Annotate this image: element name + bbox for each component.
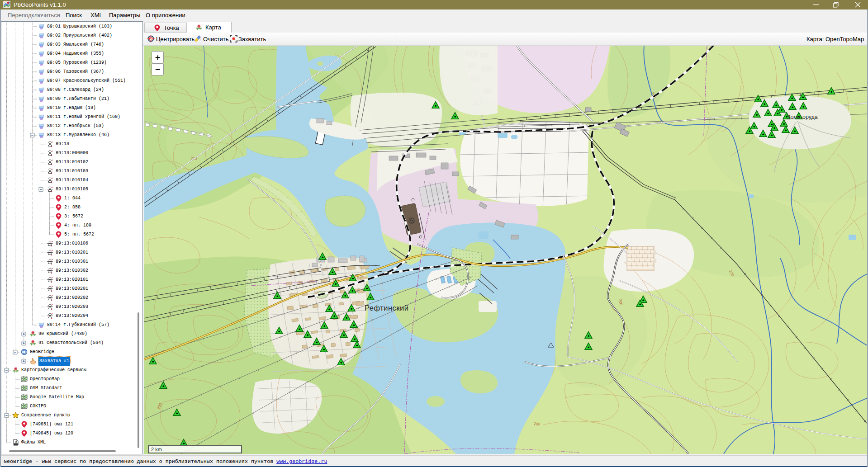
svg-text:200: 200: [534, 421, 541, 426]
svg-text:Золоторуда: Золоторуда: [787, 114, 818, 120]
svg-text:Рефтинский: Рефтинский: [365, 304, 408, 312]
